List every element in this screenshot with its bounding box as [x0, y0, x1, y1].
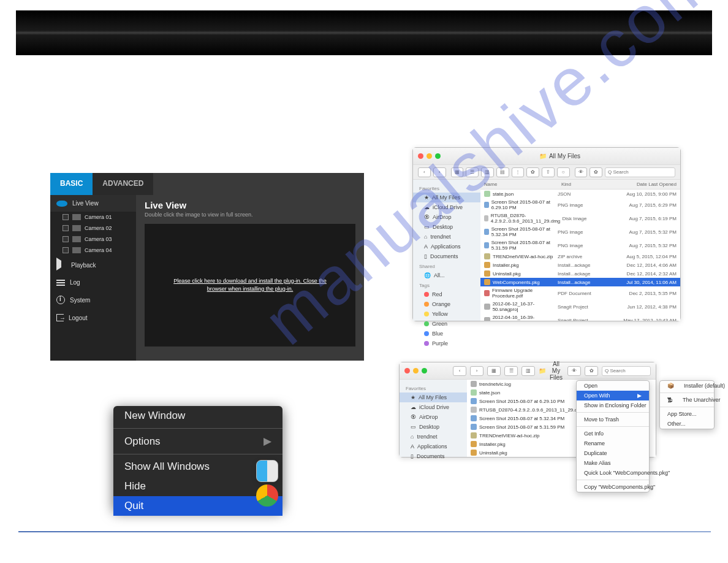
sidebar-icloud[interactable]: ☁iCloud Drive — [400, 402, 467, 412]
file-row[interactable]: TRENDnetVIEW-ad-hoc.zipZIP archiveAug 5,… — [480, 252, 680, 261]
menu-new-window[interactable]: New Window — [113, 406, 282, 426]
openwith-unarchiver[interactable]: 🗜The Unarchiver — [660, 395, 714, 405]
sidebar-tag[interactable]: Blue — [413, 329, 480, 339]
chrome-icon[interactable] — [256, 484, 278, 507]
sidebar-log[interactable]: Log — [50, 274, 136, 291]
file-row[interactable]: Screen Shot 2015-08-07 at 6.29.10 PMPNG … — [480, 198, 680, 212]
checkbox-icon[interactable] — [63, 214, 69, 220]
file-row[interactable]: 2012-06-12_16-37-50.snagprojSnagit Proje… — [480, 300, 680, 313]
camera-item[interactable]: Camera 03 — [63, 234, 136, 245]
tags-button[interactable]: ○ — [557, 167, 570, 177]
sidebar-trendnet[interactable]: ⌂trendnet — [413, 232, 480, 242]
sidebar-desktop[interactable]: ▭Desktop — [400, 422, 467, 432]
ctx-open-with[interactable]: Open With▶ — [577, 391, 649, 400]
sidebar-trendnet[interactable]: ⌂trendnet — [400, 432, 467, 442]
menu-options[interactable]: Options▶ — [113, 431, 282, 451]
file-date: Dec 2, 2013, 5:35 PM — [607, 291, 680, 296]
view-list-button[interactable]: ☰ — [504, 366, 518, 376]
sidebar-tag[interactable]: Yellow — [413, 309, 480, 319]
camera-item[interactable]: Camera 04 — [63, 245, 136, 256]
ctx-duplicate[interactable]: Duplicate — [577, 448, 649, 458]
forward-button[interactable]: › — [433, 167, 446, 177]
file-row[interactable]: Screen Shot 2015-08-07 at 5.31.59 PMPNG … — [480, 239, 680, 252]
camera-item[interactable]: Camera 02 — [63, 223, 136, 234]
sidebar-liveview[interactable]: Live View — [50, 195, 136, 212]
sidebar-all-shared[interactable]: 🌐All... — [413, 270, 480, 280]
sidebar-tag[interactable]: Red — [413, 289, 480, 299]
tab-advanced[interactable]: ADVANCED — [93, 173, 153, 195]
share-button[interactable]: ⇧ — [542, 167, 555, 177]
ctx-show-enclosing[interactable]: Show in Enclosing Folder — [577, 400, 649, 410]
col-name[interactable]: Name — [480, 180, 558, 189]
action-button[interactable]: ✿ — [526, 167, 539, 177]
finder-icon[interactable] — [256, 460, 278, 482]
ctx-open[interactable]: Open — [577, 381, 649, 391]
view-icon-button[interactable]: ▦ — [487, 366, 501, 376]
search-input[interactable] — [605, 167, 675, 177]
ctx-make-alias[interactable]: Make Alias — [577, 458, 649, 468]
sidebar-desktop[interactable]: ▭Desktop — [413, 222, 480, 232]
tab-basic[interactable]: BASIC — [50, 173, 93, 195]
minimize-icon[interactable] — [413, 368, 419, 373]
camera-item[interactable]: Camera 01 — [63, 212, 136, 223]
checkbox-icon[interactable] — [63, 236, 69, 242]
sidebar-documents[interactable]: ▯Documents — [413, 251, 480, 261]
arrange-button[interactable]: ⋮ — [512, 167, 525, 177]
file-row[interactable]: 2012-04-16_16-39-15.snagprojSnagit Proje… — [480, 313, 680, 321]
quicklook-button[interactable]: 👁 — [567, 366, 581, 376]
view-icon-button[interactable]: ▦ — [451, 167, 464, 177]
minimize-icon[interactable] — [427, 153, 432, 159]
file-row[interactable]: Installer.pkgInstall...ackageDec 12, 201… — [480, 261, 680, 269]
sidebar-tag[interactable]: Green — [413, 319, 480, 329]
maximize-icon[interactable] — [435, 153, 441, 159]
ctx-rename[interactable]: Rename — [577, 439, 649, 448]
sidebar-icloud[interactable]: ☁iCloud Drive — [413, 202, 480, 212]
sidebar-system-label: System — [70, 297, 90, 304]
file-row[interactable]: Uninstall.pkgInstall...ackageDec 12, 201… — [480, 269, 680, 278]
view-cover-button[interactable]: ▤ — [496, 167, 509, 177]
openwith-appstore[interactable]: App Store... — [660, 409, 714, 419]
back-button[interactable]: ‹ — [418, 167, 431, 177]
quicklook-button[interactable]: 👁 — [575, 167, 588, 177]
sidebar-applications[interactable]: AApplications — [400, 442, 467, 451]
file-row[interactable]: RTUSB_D2870-4.2.9.2..0.9.6_2013_11_29.dm… — [480, 212, 680, 225]
back-button[interactable]: ‹ — [453, 366, 466, 376]
search-input[interactable] — [602, 366, 651, 376]
plugin-download-link[interactable]: Please click here to download and instal… — [163, 277, 337, 294]
sidebar-applications[interactable]: AApplications — [413, 242, 480, 251]
file-row[interactable]: Firmware Upgrade Procedure.pdfPDF Docume… — [480, 286, 680, 300]
checkbox-icon[interactable] — [63, 247, 69, 253]
ctx-copy[interactable]: Copy "WebComponents.pkg" — [577, 482, 649, 492]
sidebar-airdrop[interactable]: ⦿AirDrop — [413, 212, 480, 222]
openwith-installer[interactable]: 📦Installer (default) — [660, 381, 714, 391]
sidebar-tag[interactable]: Orange — [413, 299, 480, 309]
ctx-get-info[interactable]: Get Info — [577, 429, 649, 439]
close-icon[interactable] — [404, 368, 410, 373]
col-kind[interactable]: Kind — [558, 180, 607, 189]
forward-button[interactable]: › — [470, 366, 483, 376]
view-column-button[interactable]: ▥ — [481, 167, 494, 177]
close-icon[interactable] — [418, 153, 423, 159]
sidebar-logout[interactable]: Logout — [50, 309, 136, 326]
checkbox-icon[interactable] — [63, 225, 69, 231]
maximize-icon[interactable] — [422, 368, 427, 373]
settings-button[interactable]: ✿ — [590, 167, 602, 177]
sidebar-system[interactable]: System — [50, 291, 136, 309]
sidebar-documents[interactable]: ▯Documents — [400, 451, 467, 461]
ctx-quick-look[interactable]: Quick Look "WebComponents.pkg" — [577, 468, 649, 478]
sidebar-all-my-files[interactable]: ★All My Files — [413, 193, 480, 202]
sidebar-playback[interactable]: Playback — [50, 256, 136, 274]
file-row[interactable]: Screen Shot 2015-08-07 at 5.32.34 PMPNG … — [480, 225, 680, 239]
view-list-button[interactable]: ☰ — [466, 167, 479, 177]
openwith-other[interactable]: Other... — [660, 419, 714, 429]
file-row[interactable]: WebComponents.pkgInstall...ackageJul 30,… — [480, 278, 680, 286]
sidebar-tag[interactable]: Purple — [413, 339, 480, 348]
traffic-lights — [404, 368, 427, 373]
file-row[interactable]: state.jsonJSONAug 10, 2015, 9:00 PM — [480, 190, 680, 198]
settings-button[interactable]: ✿ — [585, 366, 598, 376]
view-column-button[interactable]: ▥ — [521, 366, 535, 376]
col-date[interactable]: Date Last Opened — [607, 180, 680, 189]
sidebar-airdrop[interactable]: ⦿AirDrop — [400, 412, 467, 422]
sidebar-all-my-files[interactable]: ★All My Files — [400, 393, 467, 402]
ctx-move-trash[interactable]: Move to Trash — [577, 415, 649, 424]
